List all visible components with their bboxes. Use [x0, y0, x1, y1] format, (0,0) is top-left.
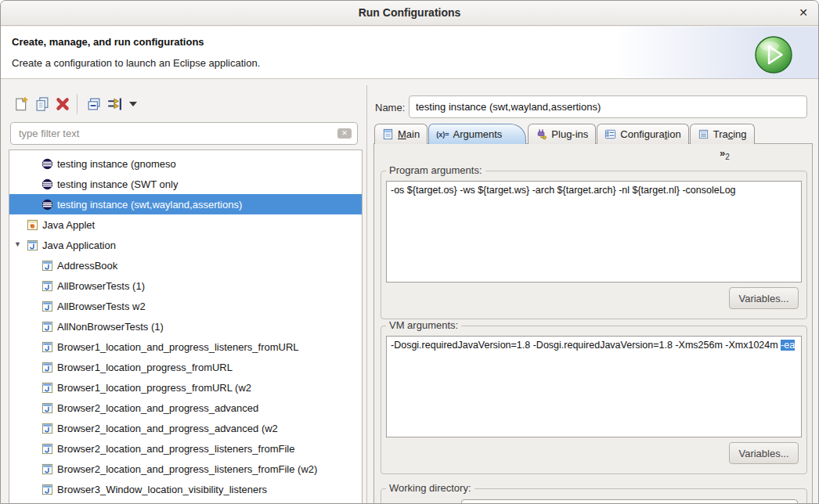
- eclipse-icon: [41, 199, 53, 211]
- working-directory-label: Working directory:: [386, 482, 474, 494]
- arguments-tab-icon: (x)=: [436, 131, 449, 139]
- tree-item-label: Browser3_Window_location_visibility_list…: [57, 484, 267, 495]
- tree-item[interactable]: testing instance (gnomeso: [9, 153, 362, 174]
- tree-item[interactable]: AddressBook: [9, 255, 362, 275]
- java-icon: [41, 280, 53, 292]
- expander-arrow-icon[interactable]: ▼: [14, 240, 21, 248]
- close-button[interactable]: ✕: [799, 1, 808, 25]
- tree-item-label: testing instance (swt,wayland,assertions…: [57, 199, 242, 211]
- java-icon: [41, 260, 53, 272]
- tree-item[interactable]: Browser3_Window_location_visibility_list…: [9, 479, 362, 499]
- program-arguments-textarea[interactable]: -os ${target.os} -ws ${target.ws} -arch …: [386, 181, 802, 283]
- tree-item-label: AllNonBrowserTests (1): [57, 321, 164, 333]
- name-label: Name:: [375, 102, 405, 113]
- tree-item-label: testing instance (gnomeso: [57, 158, 176, 170]
- header-banner: Create, manage, and run configurations C…: [1, 27, 818, 79]
- tree-item[interactable]: AllBrowserTests w2: [9, 296, 362, 316]
- tab-arguments[interactable]: (x)= Arguments: [428, 124, 526, 144]
- toolbar-separator: [77, 94, 78, 114]
- java-icon: [41, 443, 53, 455]
- tree-item-label: AddressBook: [57, 260, 117, 272]
- filter-configurations-button[interactable]: [107, 96, 123, 112]
- vm-arguments-selected-text: -ea: [781, 340, 795, 351]
- tree-item[interactable]: Browser1_location_progress_fromURL: [9, 357, 362, 377]
- java-icon: [41, 402, 53, 414]
- name-input[interactable]: [409, 95, 807, 118]
- configuration-tab-icon: [604, 128, 616, 140]
- config-tree[interactable]: testing instance (gnomesotesting instanc…: [9, 149, 363, 504]
- tree-item[interactable]: AllNonBrowserTests (1): [9, 316, 362, 337]
- java-icon: [41, 321, 53, 333]
- tree-item[interactable]: Browser2_location_and_progress_listeners…: [9, 459, 362, 479]
- tree-item-label: testing instance (SWT only: [57, 178, 178, 190]
- tree-item-label: Java Applet: [42, 219, 95, 231]
- panel-divider[interactable]: [366, 85, 367, 504]
- tree-item[interactable]: testing instance (swt,wayland,assertions…: [9, 194, 362, 214]
- java-icon: [41, 423, 53, 434]
- tree-item-label: Browser2_location_and_progress_listeners…: [57, 443, 295, 455]
- java-icon: [41, 463, 53, 475]
- main-tab-icon: [382, 128, 394, 140]
- banner-title: Create, manage, and run configurations: [12, 36, 204, 48]
- filter-menu-caret-icon[interactable]: [129, 102, 137, 106]
- program-variables-button[interactable]: Variables...: [729, 287, 799, 309]
- tab-configuration[interactable]: Configuration: [597, 124, 688, 144]
- java-icon: [41, 341, 53, 353]
- program-arguments-group: Program arguments: -os ${target.os} -ws …: [381, 171, 807, 319]
- tree-item[interactable]: ▼Java Application: [9, 235, 362, 255]
- tree-item-label: AllBrowserTests (1): [57, 280, 145, 292]
- tracing-tab-icon: [698, 128, 709, 140]
- tab-label: Plug-ins: [551, 128, 588, 140]
- window-title: Run Configurations: [359, 1, 461, 25]
- tree-item[interactable]: testing instance (SWT only: [9, 174, 362, 194]
- collapse-all-button[interactable]: [86, 96, 102, 112]
- tab-label: Arguments: [453, 128, 502, 140]
- java-icon: [41, 301, 53, 312]
- tree-item[interactable]: Browser1_location_progress_fromURL (w2: [9, 377, 362, 398]
- java-icon: [41, 382, 53, 394]
- tab-main[interactable]: Main: [374, 124, 428, 144]
- tab-plug-ins[interactable]: Plug-ins: [528, 124, 596, 144]
- tree-item[interactable]: Browser3_Window_location_visibility_list…: [9, 499, 362, 504]
- delete-configuration-button[interactable]: [55, 96, 70, 112]
- vm-arguments-textarea[interactable]: -Dosgi.requiredJavaVersion=1.8 -Dosgi.re…: [386, 336, 802, 437]
- run-launch-icon: [754, 35, 793, 74]
- new-configuration-button[interactable]: [13, 96, 29, 112]
- tree-item[interactable]: Browser2_location_and_progress_advanced …: [9, 418, 362, 438]
- tab-bar: Main (x)= Arguments Plug-ins Configurati…: [374, 124, 756, 144]
- tree-item-label: Browser2_location_and_progress_listeners…: [57, 463, 317, 475]
- arguments-tab-content: »2 Program arguments: -os ${target.os} -…: [373, 143, 813, 504]
- tab-overflow-indicator[interactable]: »2: [720, 147, 730, 161]
- tree-item[interactable]: Browser2_location_and_progress_listeners…: [9, 438, 362, 459]
- vm-arguments-text: -Dosgi.requiredJavaVersion=1.8 -Dosgi.re…: [391, 340, 781, 351]
- tree-item-label: Browser2_location_and_progress_advanced …: [57, 423, 278, 434]
- vm-arguments-label: VM arguments:: [386, 319, 461, 331]
- titlebar[interactable]: Run Configurations ✕: [1, 1, 818, 26]
- tree-item[interactable]: Browser2_location_and_progress_advanced: [9, 398, 362, 418]
- tree-item-label: AllBrowserTests w2: [57, 301, 146, 312]
- java-icon: [41, 484, 53, 495]
- tree-item-label: Browser1_location_progress_fromURL (w2: [57, 382, 251, 394]
- working-directory-input[interactable]: [461, 499, 798, 504]
- tree-item[interactable]: Java Applet: [9, 214, 362, 235]
- tree-item[interactable]: Browser1_location_and_progress_listeners…: [9, 337, 362, 357]
- duplicate-configuration-button[interactable]: [34, 96, 50, 112]
- filter-input[interactable]: [10, 122, 358, 145]
- tree-item[interactable]: AllBrowserTests (1): [9, 275, 362, 296]
- eclipse-icon: [41, 158, 53, 170]
- tab-tracing[interactable]: Tracing: [690, 124, 755, 144]
- tab-label: Configuration: [620, 128, 680, 140]
- applet-icon: [27, 219, 38, 231]
- java-icon: [27, 239, 38, 251]
- working-directory-group: Working directory:: [381, 488, 807, 504]
- tree-item-label: Browser1_location_and_progress_listeners…: [57, 341, 299, 353]
- vm-arguments-group: VM arguments: -Dosgi.requiredJavaVersion…: [381, 326, 807, 474]
- clear-filter-icon[interactable]: ✕: [337, 128, 352, 139]
- run-configurations-dialog: Run Configurations ✕ Create, manage, and…: [0, 0, 819, 504]
- tree-item-label: Browser2_location_and_progress_advanced: [57, 402, 258, 414]
- java-icon: [41, 362, 53, 373]
- vm-variables-button[interactable]: Variables...: [729, 442, 799, 464]
- tab-label: Tracing: [713, 128, 747, 140]
- plug-ins-tab-icon: [536, 128, 547, 140]
- tab-label: Main: [398, 128, 420, 140]
